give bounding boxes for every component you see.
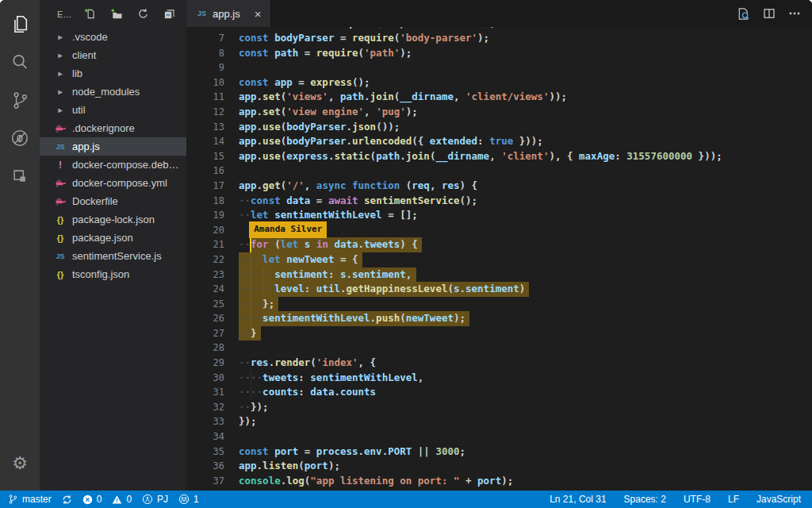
code-line-22[interactable]: 22····let newTweet = {	[186, 252, 812, 267]
line-number: 23	[186, 267, 224, 283]
status-live-share-participants[interactable]: 1	[178, 494, 199, 505]
status-eol[interactable]: LF	[728, 494, 739, 505]
line-content: ··}	[239, 326, 812, 341]
vscode-window: ⚙ E… ▸.vscode▸client▸lib▸node_modules▸ut…	[0, 0, 812, 508]
line-number: 9	[186, 60, 224, 75]
code-line-33[interactable]: 33});	[186, 414, 812, 429]
code-line-25[interactable]: 25····};	[186, 297, 812, 312]
code-line-37[interactable]: 37console.log("app listening on port: " …	[186, 474, 812, 489]
code-line-15[interactable]: 15app.use(express.static(path.join(__dir…	[186, 149, 812, 164]
code-line-34[interactable]: 34	[186, 429, 812, 444]
tab-app-js[interactable]: JS app.js ×	[186, 0, 270, 27]
code-line-16[interactable]: 16	[186, 164, 812, 179]
whitespace-dots: ··	[239, 356, 251, 368]
code-line-27[interactable]: 27··}	[186, 326, 812, 341]
close-icon[interactable]: ×	[255, 8, 262, 20]
open-changes-icon[interactable]	[737, 7, 750, 21]
code-line-10[interactable]: 10const app = express();	[186, 75, 812, 90]
line-content: ······level: util.getHappinessLevel(s.se…	[239, 282, 812, 297]
code-line-21[interactable]: 21Amanda Silver··for (let s in data.twee…	[186, 237, 812, 252]
docker-whale-icon	[51, 196, 70, 206]
activity-explorer[interactable]	[0, 6, 40, 44]
status-language-mode[interactable]: JavaScript	[756, 494, 801, 505]
line-content: ····counts: data.counts	[239, 385, 812, 400]
tree-item-sentimentService.js[interactable]: JSsentimentService.js	[40, 247, 186, 265]
code-line-29[interactable]: 29··res.render('index', {	[186, 356, 812, 371]
line-content: ··const data = await sentimentService();	[239, 194, 812, 209]
line-number: 28	[186, 341, 224, 356]
line-number: 34	[186, 429, 224, 444]
line-number: 24	[186, 282, 224, 297]
activity-extensions[interactable]	[0, 159, 40, 197]
code-line-13[interactable]: 13app.use(bodyParser.json());	[186, 120, 812, 135]
file-label: node_modules	[72, 86, 140, 98]
code-line-35[interactable]: 35const port = process.env.PORT || 3000;	[186, 444, 812, 460]
code-line-32[interactable]: 32··});	[186, 400, 812, 415]
activity-source-control[interactable]	[0, 83, 40, 121]
status-warnings[interactable]: 0	[112, 494, 132, 505]
tree-item-lib[interactable]: ▸lib	[40, 64, 186, 83]
status-errors[interactable]: 0	[82, 494, 102, 505]
code-line-30[interactable]: 30····tweets: sentimentWithLevel,	[186, 371, 812, 386]
line-number: 35	[186, 444, 224, 460]
code-line-26[interactable]: 26····sentimentWithLevel.push(newTweet);	[186, 311, 812, 326]
code-line-17[interactable]: 17app.get('/', async function (req, res)…	[186, 179, 812, 194]
tree-item-.vscode[interactable]: ▸.vscode	[40, 28, 186, 46]
file-label: package-lock.json	[72, 214, 155, 225]
tree-item-package.json[interactable]: {}package.json	[40, 229, 186, 247]
code-line-14[interactable]: 14app.use(bodyParser.urlencoded({ extend…	[186, 134, 812, 149]
code-line-36[interactable]: 36app.listen(port);	[186, 459, 812, 474]
activity-search[interactable]	[0, 44, 40, 83]
activity-debug[interactable]	[0, 121, 40, 159]
whitespace-dots: ··	[239, 327, 251, 339]
more-icon[interactable]	[788, 7, 801, 20]
tree-item-.dockerignore[interactable]: .dockerignore	[40, 119, 186, 137]
whitespace-dots: ····	[239, 386, 262, 398]
code-line-28[interactable]: 28	[186, 341, 812, 356]
new-folder-icon[interactable]	[110, 8, 123, 20]
line-number: 16	[186, 164, 224, 179]
refresh-icon[interactable]	[137, 8, 149, 20]
code-line-9[interactable]: 9	[186, 60, 812, 75]
exclamation-file-icon: !	[51, 160, 70, 171]
tree-item-package-lock.json[interactable]: {}package-lock.json	[40, 210, 186, 229]
tree-item-client[interactable]: ▸client	[40, 46, 186, 64]
new-file-icon[interactable]	[84, 8, 96, 20]
code-line-8[interactable]: 8const path = require('path');	[186, 46, 812, 61]
collapse-all-icon[interactable]	[163, 8, 175, 20]
status-sync[interactable]	[62, 495, 72, 505]
code-line-18[interactable]: 18··const data = await sentimentService(…	[186, 194, 812, 209]
status-indentation[interactable]: Spaces: 2	[624, 494, 666, 505]
extensions-icon	[10, 167, 29, 189]
tree-item-docker-compose.yml[interactable]: docker-compose.yml	[40, 174, 186, 192]
whitespace-dots: ······	[239, 283, 274, 294]
settings-gear-icon[interactable]: ⚙	[0, 444, 40, 483]
whitespace-dots: ····	[239, 371, 262, 383]
status-encoding[interactable]: UTF-8	[684, 494, 710, 505]
line-number: 14	[186, 134, 224, 149]
status-cursor-position[interactable]: Ln 21, Col 31	[550, 494, 606, 505]
line-content: app.use(bodyParser.json());	[239, 120, 812, 135]
code-line-23[interactable]: 23······sentiment: s.sentiment,	[186, 267, 812, 283]
status-bar: master00PJ1 Ln 21, Col 31Spaces: 2UTF-8L…	[0, 491, 812, 508]
split-editor-icon[interactable]	[763, 7, 776, 20]
code-line-11[interactable]: 11app.set('views', path.join(__dirname, …	[186, 90, 812, 105]
tree-item-Dockerfile[interactable]: Dockerfile	[40, 192, 186, 210]
line-number: 20	[186, 223, 224, 238]
status-git-branch[interactable]: master	[8, 494, 52, 505]
explorer-sidebar: E… ▸.vscode▸client▸lib▸node_modules▸util…	[40, 0, 186, 491]
whitespace-dots: ····	[239, 253, 262, 265]
tree-item-node-modules[interactable]: ▸node_modules	[40, 83, 186, 101]
code-line-7[interactable]: 7const bodyParser = require('body-parser…	[186, 31, 812, 46]
tree-item-app.js[interactable]: JSapp.js	[40, 137, 186, 156]
status-live-share-session[interactable]: PJ	[142, 494, 168, 505]
code-line-12[interactable]: 12app.set('view engine', 'pug');	[186, 105, 812, 120]
code-editor[interactable]: 6const session = require('express-sessio…	[186, 27, 812, 491]
line-number: 37	[186, 474, 224, 489]
tree-item-tsconfig.json[interactable]: {}tsconfig.json	[40, 265, 186, 283]
tree-item-docker-compose.deb-[interactable]: !docker-compose.deb…	[40, 156, 186, 174]
code-line-31[interactable]: 31····counts: data.counts	[186, 385, 812, 400]
code-line-24[interactable]: 24······level: util.getHappinessLevel(s.…	[186, 282, 812, 297]
json-file-icon: {}	[51, 233, 70, 243]
tree-item-util[interactable]: ▸util	[40, 101, 186, 119]
